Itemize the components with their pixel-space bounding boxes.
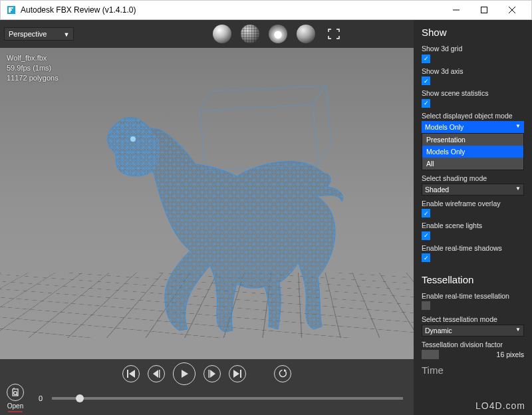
select-tess-mode-value: Dynamic [425,327,452,335]
close-button[interactable] [498,1,526,19]
object-mode-option-models-only[interactable]: Models Only [422,146,523,158]
svg-rect-15 [209,370,210,378]
select-shading-mode[interactable]: Shaded ▼ [422,184,524,196]
label-scene-lights: Enable scene lights [422,221,524,229]
chevron-down-icon: ▼ [515,327,521,333]
app-body: Perspective ▼ [0,20,532,415]
viewport[interactable]: Wolf_fbx.fbx 59.9fps (1ms) 11172 polygon… [0,48,414,359]
object-mode-dropdown: Presentation Models Only All [422,133,524,170]
open-label: Open [7,402,23,410]
label-tess-mode: Select tessellation mode [422,315,524,323]
minimize-button[interactable] [442,1,470,19]
stat-fps: 59.9fps (1ms) [7,63,59,73]
svg-marker-16 [233,370,239,378]
wolf-model [66,65,346,337]
prev-frame-button[interactable] [148,365,165,382]
opt-shading-mode: Select shading mode Shaded ▼ [422,174,524,196]
label-shadows: Enable real-time shadows [422,244,524,252]
loop-button[interactable] [274,365,291,382]
checkbox-tess-enable[interactable] [422,301,430,310]
opt-scene-lights: Enable scene lights ✓ [422,221,524,240]
side-panel: Show Show 3d grid ✓ Show 3d axis ✓ Show … [414,20,532,415]
checkbox-show-3d-axis[interactable]: ✓ [422,76,430,85]
playback-lower: Open 0 [7,386,407,411]
opt-wireframe: Enable wireframe overlay ✓ [422,200,524,218]
open-file-icon [7,384,24,401]
open-button[interactable]: Open [7,384,24,413]
opt-show-stats: Show scene statistics ✓ [422,89,524,108]
view-selector-value: Perspective [9,30,47,38]
checkbox-scene-lights[interactable]: ✓ [422,231,430,240]
tessellation-header: Tessellation [422,274,524,285]
stat-polygons: 11172 polygons [7,73,59,83]
fullscreen-button[interactable] [325,26,343,42]
maximize-button[interactable] [470,1,498,19]
opt-tess-div: Tessellation division factor 16 pixels [422,341,524,359]
opt-tess-enable: Enable real-time tessellation [422,292,524,311]
top-toolbar: Perspective ▼ [0,20,414,48]
svg-marker-13 [182,370,188,378]
timeline-slider[interactable] [52,397,403,400]
play-button[interactable] [173,362,196,385]
svg-marker-11 [153,370,158,378]
window-controls [442,1,526,19]
opt-shadows: Enable real-time shadows ✓ [422,244,524,263]
label-wireframe: Enable wireframe overlay [422,200,524,208]
timeline-thumb[interactable] [76,394,84,402]
last-frame-button[interactable] [229,365,246,382]
shading-smooth-button[interactable] [213,25,231,43]
frame-number: 0 [33,394,43,402]
watermark: LO4D.com [475,400,525,411]
svg-rect-9 [127,370,128,378]
shading-mode-buttons [213,25,343,43]
svg-marker-14 [210,370,215,378]
scene-stats: Wolf_fbx.fbx 59.9fps (1ms) 11172 polygon… [7,53,59,83]
label-show-3d-grid: Show 3d grid [422,45,524,53]
tess-div-slider[interactable] [422,350,439,359]
svg-rect-17 [240,370,241,378]
select-object-mode[interactable]: Models Only ▼ [422,121,524,133]
checkbox-show-3d-grid[interactable]: ✓ [422,55,430,63]
select-tess-mode[interactable]: Dynamic ▼ [422,325,524,337]
stat-filename: Wolf_fbx.fbx [7,53,59,63]
svg-rect-12 [159,370,160,378]
window-title: Autodesk FBX Review (v1.4.1.0) [21,5,442,15]
svg-rect-5 [481,7,487,13]
label-object-mode: Select displayed object mode [422,112,524,120]
svg-marker-10 [129,370,135,378]
titlebar: Autodesk FBX Review (v1.4.1.0) [0,0,532,20]
chevron-down-icon: ▼ [64,31,70,38]
app-icon [6,5,17,15]
first-frame-button[interactable] [122,365,140,382]
open-underline [7,411,24,413]
svg-rect-3 [9,9,12,11]
svg-rect-2 [9,7,13,9]
chevron-down-icon: ▼ [515,186,521,192]
label-tess-div: Tessellation division factor [422,341,524,348]
opt-object-mode: Select displayed object mode Models Only… [422,112,524,170]
opt-tess-mode: Select tessellation mode Dynamic ▼ [422,315,524,337]
shading-light-button[interactable] [269,25,287,43]
label-show-stats: Show scene statistics [422,89,524,97]
tess-div-value: 16 pixels [497,350,524,358]
checkbox-wireframe[interactable]: ✓ [422,209,430,217]
opt-show-3d-grid: Show 3d grid ✓ [422,45,524,63]
label-tess-enable: Enable real-time tessellation [422,292,524,300]
shading-alt-button[interactable] [297,25,315,43]
playback-bar: Open 0 [0,359,414,415]
checkbox-show-stats[interactable]: ✓ [422,99,430,108]
checkbox-shadows[interactable]: ✓ [422,253,430,262]
view-selector[interactable]: Perspective ▼ [4,27,74,41]
main-area: Perspective ▼ [0,20,414,415]
label-show-3d-axis: Show 3d axis [422,67,524,75]
chevron-down-icon: ▼ [515,123,521,129]
object-mode-option-all[interactable]: All [422,158,523,170]
shading-wireframe-button[interactable] [241,25,259,43]
object-mode-option-presentation[interactable]: Presentation [422,134,523,146]
next-frame-button[interactable] [203,365,221,382]
svg-point-8 [130,136,136,142]
opt-show-3d-axis: Show 3d axis ✓ [422,67,524,86]
label-shading-mode: Select shading mode [422,174,524,182]
show-header: Show [422,27,524,38]
select-shading-mode-value: Shaded [425,186,449,194]
